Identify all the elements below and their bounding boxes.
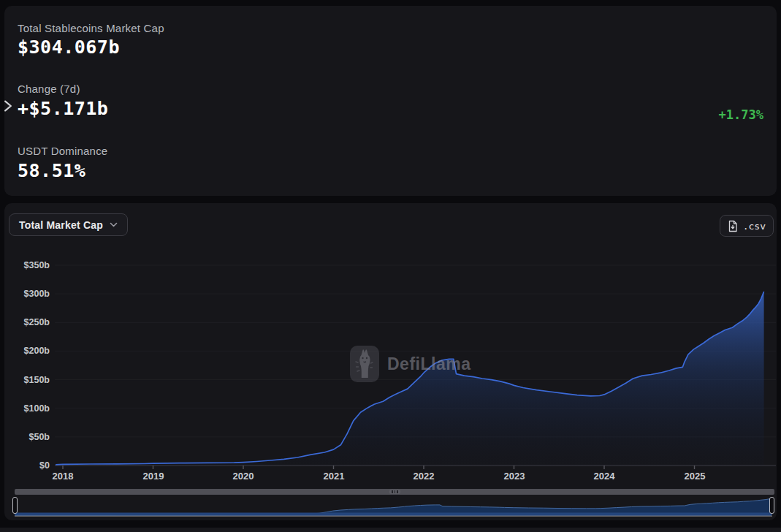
- chart-range-scrollbar[interactable]: [15, 489, 774, 495]
- market-cap-value: $304.067b: [18, 37, 120, 58]
- metric-selector-label: Total Market Cap: [19, 219, 103, 231]
- chart-card: $350b$300b$250b$200b$150b$100b$50b$02018…: [4, 203, 777, 520]
- usdt-dominance-value: 58.51%: [18, 160, 85, 181]
- navigator-bottom-border: [15, 516, 772, 517]
- scrollbar-grip-icon[interactable]: [389, 490, 400, 494]
- metric-selector-dropdown[interactable]: Total Market Cap: [9, 213, 128, 236]
- change-7d-percent: +1.73%: [719, 107, 763, 122]
- change-7d-value: +$5.171b: [18, 98, 108, 119]
- navigator-baseline-bar: [15, 513, 772, 516]
- download-csv-button[interactable]: .csv: [720, 215, 774, 237]
- market-cap-chart: [4, 203, 777, 520]
- expand-sidebar-chevron-icon[interactable]: [2, 99, 14, 113]
- page-horizontal-scrollbar[interactable]: [0, 528, 781, 532]
- csv-button-label: .csv: [743, 221, 766, 232]
- range-handle-right[interactable]: [769, 497, 774, 514]
- range-handle-left[interactable]: [12, 497, 18, 514]
- stats-card: Total Stablecoins Market Cap $304.067b C…: [4, 6, 777, 196]
- area-series-fill: [56, 292, 764, 466]
- change-7d-label: Change (7d): [18, 83, 80, 95]
- usdt-dominance-label: USDT Dominance: [18, 145, 107, 157]
- market-cap-label: Total Stablecoins Market Cap: [18, 22, 164, 34]
- chevron-down-icon: [110, 222, 118, 227]
- file-download-icon: [728, 220, 738, 232]
